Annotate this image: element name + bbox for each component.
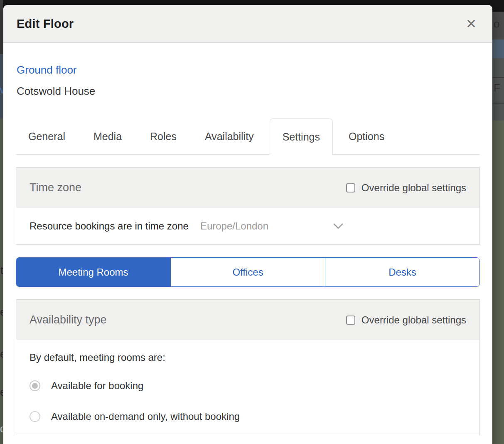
background-text-fragment: e: [0, 387, 3, 397]
tab-media[interactable]: Media: [81, 118, 134, 154]
building-name: Cotswold House: [17, 85, 479, 98]
radio-available-for-booking[interactable]: Available for booking: [30, 380, 466, 392]
background-text-fragment: o: [494, 18, 499, 29]
radio-icon-unselected[interactable]: [30, 411, 40, 422]
floor-name-link[interactable]: Ground floor: [17, 64, 77, 76]
background-edge-line: [492, 77, 504, 78]
background-text-fragment: e: [0, 306, 3, 317]
background-page-right-sliver: o F: [492, 0, 504, 444]
background-text-fragment: ti: [0, 265, 3, 276]
resource-type-switcher: Meeting Rooms Offices Desks: [16, 257, 480, 287]
segment-desks[interactable]: Desks: [325, 258, 479, 286]
background-text-fragment: e: [0, 348, 3, 359]
segment-offices[interactable]: Offices: [170, 258, 325, 286]
time-zone-section-header: Time zone Override global settings: [16, 168, 479, 208]
time-zone-section-title: Time zone: [30, 181, 81, 194]
tab-general[interactable]: General: [16, 118, 78, 154]
override-checkbox-label: Override global settings: [361, 314, 466, 326]
tab-options[interactable]: Options: [336, 118, 397, 154]
time-zone-override-control[interactable]: Override global settings: [346, 182, 466, 194]
background-text-fragment: w: [0, 84, 3, 95]
modal-title: Edit Floor: [17, 17, 74, 31]
override-checkbox[interactable]: [346, 316, 355, 325]
segment-meeting-rooms[interactable]: Meeting Rooms: [16, 258, 170, 286]
background-text-fragment: F: [494, 82, 500, 93]
availability-type-section-header: Availability type Override global settin…: [16, 300, 479, 340]
background-edge-line: [492, 103, 504, 104]
edit-floor-modal: Edit Floor ✕ Ground floor Cotswold House…: [3, 5, 492, 444]
close-icon[interactable]: ✕: [464, 16, 478, 32]
background-page-left-sliver: w ti e e e c: [0, 0, 3, 444]
availability-override-control[interactable]: Override global settings: [346, 314, 466, 326]
modal-header: Edit Floor ✕: [3, 5, 492, 43]
floor-heading: Ground floor Cotswold House: [17, 64, 479, 98]
tab-roles[interactable]: Roles: [138, 118, 189, 154]
modal-tabs: General Media Roles Availability Setting…: [16, 118, 480, 155]
time-zone-selected-value: Europe/London: [200, 220, 268, 232]
availability-type-section-title: Availability type: [30, 313, 107, 326]
radio-available-on-demand[interactable]: Available on-demand only, without bookin…: [30, 411, 466, 422]
chevron-down-icon: [333, 223, 344, 229]
radio-dot: [32, 383, 38, 389]
time-zone-row: Resource bookings are in time zone Europ…: [16, 208, 479, 244]
time-zone-row-label: Resource bookings are in time zone: [30, 220, 189, 232]
override-checkbox-label: Override global settings: [361, 182, 466, 194]
time-zone-select[interactable]: Europe/London: [189, 220, 344, 232]
modal-body: Ground floor Cotswold House General Medi…: [3, 64, 492, 435]
radio-label: Available on-demand only, without bookin…: [51, 411, 240, 422]
radio-icon-selected[interactable]: [30, 380, 40, 391]
background-text-fragment: c: [0, 423, 3, 434]
time-zone-section: Time zone Override global settings Resou…: [16, 167, 480, 245]
radio-label: Available for booking: [51, 380, 143, 392]
override-checkbox[interactable]: [346, 183, 355, 192]
availability-type-section: Availability type Override global settin…: [16, 299, 480, 435]
tab-availability[interactable]: Availability: [192, 118, 266, 154]
availability-type-body: By default, meeting rooms are: Available…: [16, 340, 479, 435]
availability-intro-text: By default, meeting rooms are:: [30, 352, 466, 363]
tab-settings[interactable]: Settings: [270, 118, 333, 155]
